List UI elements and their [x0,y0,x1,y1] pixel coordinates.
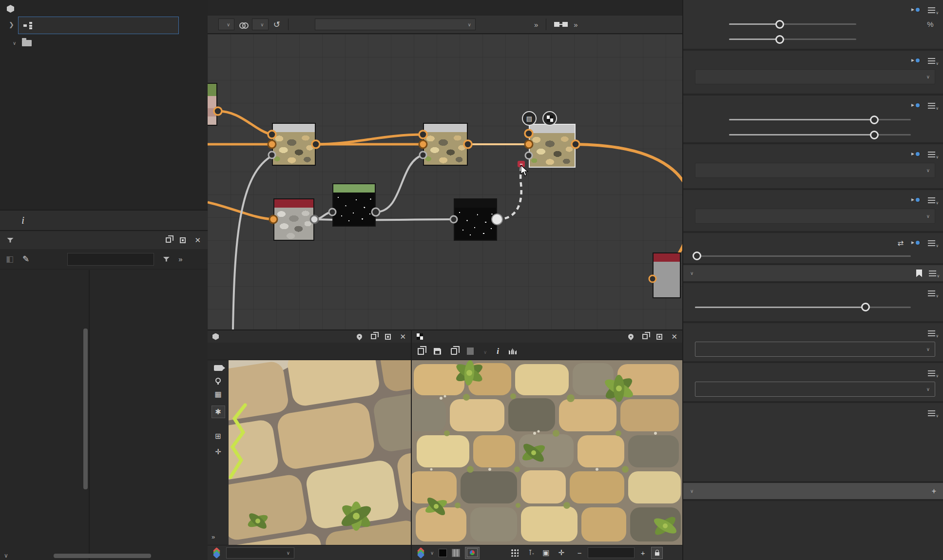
package-row[interactable] [18,17,179,34]
parameter-menu-icon[interactable] [928,197,935,203]
blend-node-1[interactable] [272,123,316,166]
parameter-menu-icon[interactable] [928,240,935,246]
alpha-blending-dropdown[interactable]: ∨ [695,382,935,397]
pin-icon[interactable] [627,333,635,341]
blend-node-3-selected[interactable] [529,124,576,168]
pixel-ratio-dropdown[interactable]: ∨ [695,163,935,178]
height-slider[interactable] [729,39,856,40]
restore-icon[interactable] [642,334,648,339]
edit-icon[interactable]: ✎ [22,254,29,264]
blending-mode-dropdown[interactable]: ∨ [695,342,935,357]
parameter-menu-icon[interactable] [928,330,935,336]
save-image-icon[interactable] [434,348,441,355]
view2d-viewport[interactable] [412,360,682,545]
histogram-icon[interactable] [509,348,517,354]
input-values-header[interactable]: ∨ + [683,483,943,499]
shuffle-icon[interactable]: ⇄ [897,239,904,248]
width-slider[interactable] [729,23,856,25]
parameter-menu-icon[interactable] [928,58,935,64]
uv-dropdown[interactable]: ∨ [483,347,487,355]
zoom-out-button[interactable]: − [576,549,583,557]
output-format-dropdown[interactable]: ∨ [695,69,935,84]
background-black-swatch[interactable] [439,549,447,557]
graph-tools-more[interactable]: » [574,20,577,29]
curvature-smooth-node[interactable] [273,198,314,241]
node-pair-icon[interactable] [554,21,569,28]
link-size-icon[interactable] [239,22,247,27]
background-stripe-swatch[interactable] [452,549,460,557]
new-preset-icon[interactable]: ◧ [6,254,14,264]
view3d-header[interactable]: ✕ [208,329,411,343]
library-scroll-caret[interactable]: ∨ [4,552,8,559]
parameter-menu-icon[interactable] [928,103,935,109]
search-filter-icon[interactable] [163,257,170,262]
camera-icon[interactable] [214,365,223,371]
view3d-toolbar-more[interactable]: » [212,533,215,541]
maximize-icon[interactable] [385,334,391,340]
node-quick-levels-button[interactable]: ▤ [522,111,537,126]
pin-icon[interactable] [356,333,364,341]
display-settings-button[interactable]: ✱ [212,406,225,418]
graph-toolbar-more[interactable]: » [534,20,538,29]
zoom-in-button[interactable]: + [639,549,646,557]
pan-icon[interactable]: ✛ [558,548,565,557]
restore-icon[interactable] [371,334,376,339]
node-graph-canvas[interactable]: ▤ [208,34,682,329]
expose-parameter-icon[interactable] [911,7,920,14]
expose-parameter-icon[interactable] [911,102,920,110]
pixel-height-slider[interactable] [729,134,911,135]
expose-parameter-icon[interactable] [911,240,920,247]
close-icon[interactable]: ✕ [671,333,677,340]
colorspace-layers-icon[interactable] [417,548,425,557]
opacity-slider[interactable] [695,307,911,308]
parameter-menu-icon[interactable] [928,370,935,376]
search-box[interactable] [67,253,154,266]
package-expand-caret[interactable]: ❯ [9,21,14,28]
tiling-grid-icon[interactable] [511,549,519,557]
close-icon[interactable]: ✕ [194,236,201,244]
zoom-lock-button[interactable] [651,547,663,559]
restore-icon[interactable] [166,237,171,243]
colorspace-caret[interactable]: ∨ [430,550,434,556]
parameter-menu-icon[interactable] [928,7,935,13]
parameter-menu-icon[interactable] [928,152,935,157]
expose-parameter-icon[interactable] [911,151,920,158]
physical-size-icon[interactable]: ⊺▫ [528,548,534,557]
parent-size-dropdown[interactable]: ∨ [218,19,234,30]
relative-link-icon[interactable]: % [925,20,935,28]
parameter-menu-icon[interactable] [928,410,935,416]
pixel-width-slider[interactable] [729,119,911,120]
view2d-header[interactable]: ✕ [412,329,682,343]
preset-flag-icon[interactable] [916,270,922,277]
uniform-color-node[interactable] [653,252,681,298]
maximize-icon[interactable] [180,237,186,243]
add-input-icon[interactable]: + [932,487,936,496]
close-icon[interactable]: ✕ [400,333,406,340]
resources-folder-row[interactable]: ∨ [0,34,208,49]
zoom-level-field[interactable] [588,547,635,558]
colorspace-dropdown[interactable]: ∨ [226,547,294,559]
node-type-filter-dropdown[interactable]: ∨ [315,19,476,30]
view3d-viewport[interactable] [229,360,411,545]
node-quick-transform-button[interactable] [542,111,557,126]
maximize-icon[interactable] [656,334,662,340]
folder-collapse-caret[interactable]: ∨ [13,40,16,46]
parameter-menu-icon[interactable] [929,270,936,276]
light-icon[interactable] [215,378,221,383]
gizmo-axes-icon[interactable]: ✛ [215,447,221,456]
parent-size-height-dropdown[interactable]: ∨ [252,19,268,30]
tiling-mode-dropdown[interactable]: ∨ [695,209,935,224]
specific-parameters-header[interactable]: ∨ [683,265,943,281]
library-horizontal-scrollbar[interactable] [54,554,151,558]
random-seed-slider[interactable] [695,255,911,257]
input-bitmap-node[interactable] [208,83,217,126]
parameter-menu-icon[interactable] [928,290,935,296]
scene-image-icon[interactable]: ▦ [214,390,221,399]
new-view-icon[interactable] [418,348,424,355]
channel-display-button[interactable] [465,547,480,559]
category-scrollbar[interactable] [83,328,88,489]
search-input[interactable] [72,255,150,264]
image-info-icon[interactable]: i [497,347,499,356]
copy-icon[interactable] [451,348,457,355]
expose-parameter-icon[interactable] [911,197,920,204]
